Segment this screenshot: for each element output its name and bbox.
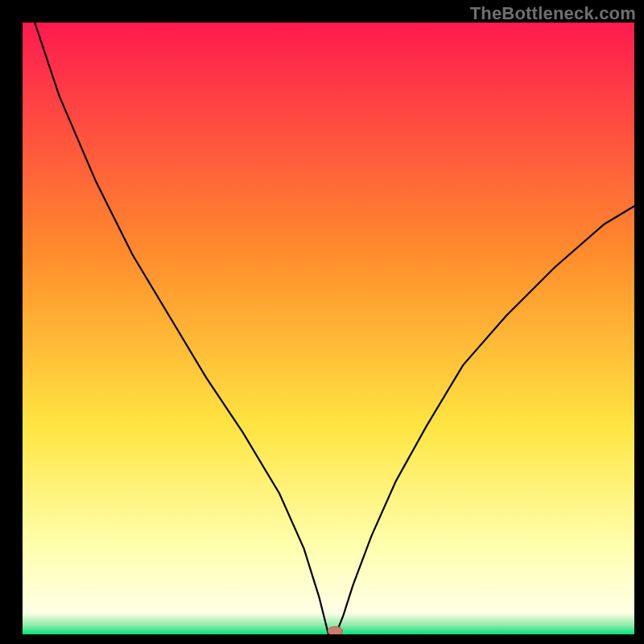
watermark-label: TheBottleneck.com <box>470 3 636 24</box>
optimum-marker <box>328 627 342 635</box>
bottleneck-chart <box>23 23 634 634</box>
chart-gradient-bg <box>23 23 634 634</box>
chart-frame: { "watermark": "TheBottleneck.com", "col… <box>0 0 644 644</box>
